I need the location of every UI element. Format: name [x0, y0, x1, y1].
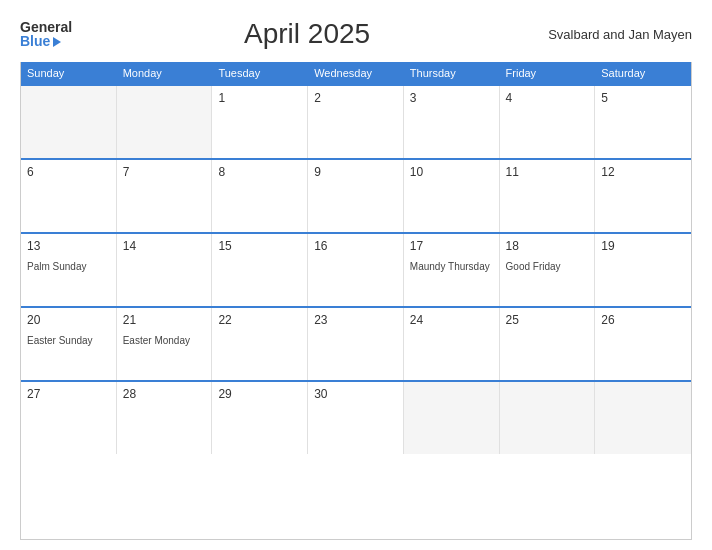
day-number: 28: [123, 387, 206, 401]
day-event: Palm Sunday: [27, 261, 86, 272]
calendar-week-4: 20Easter Sunday21Easter Monday2223242526: [21, 306, 691, 380]
calendar-cell: 2: [308, 86, 404, 158]
page: General Blue April 2025 Svalbard and Jan…: [0, 0, 712, 550]
header-day-friday: Friday: [500, 62, 596, 84]
day-number: 17: [410, 239, 493, 253]
calendar-cell: 29: [212, 382, 308, 454]
calendar-cell: 25: [500, 308, 596, 380]
day-number: 21: [123, 313, 206, 327]
calendar-cell: [21, 86, 117, 158]
day-number: 16: [314, 239, 397, 253]
calendar-cell: [117, 86, 213, 158]
calendar-cell: 23: [308, 308, 404, 380]
day-number: 27: [27, 387, 110, 401]
day-number: 3: [410, 91, 493, 105]
calendar-cell: 13Palm Sunday: [21, 234, 117, 306]
day-number: 25: [506, 313, 589, 327]
calendar-week-2: 6789101112: [21, 158, 691, 232]
day-number: 6: [27, 165, 110, 179]
header-day-monday: Monday: [117, 62, 213, 84]
calendar-cell: 9: [308, 160, 404, 232]
calendar-cell: 4: [500, 86, 596, 158]
region-label: Svalbard and Jan Mayen: [542, 27, 692, 42]
calendar-cell: 16: [308, 234, 404, 306]
day-number: 9: [314, 165, 397, 179]
day-event: Maundy Thursday: [410, 261, 490, 272]
calendar-cell: 17Maundy Thursday: [404, 234, 500, 306]
day-number: 24: [410, 313, 493, 327]
header-day-thursday: Thursday: [404, 62, 500, 84]
calendar-cell: 14: [117, 234, 213, 306]
calendar-cell: 22: [212, 308, 308, 380]
day-number: 7: [123, 165, 206, 179]
logo: General Blue: [20, 20, 72, 48]
calendar-cell: 19: [595, 234, 691, 306]
day-number: 15: [218, 239, 301, 253]
header-day-tuesday: Tuesday: [212, 62, 308, 84]
day-number: 12: [601, 165, 685, 179]
calendar-week-5: 27282930: [21, 380, 691, 454]
day-event: Easter Monday: [123, 335, 190, 346]
calendar-cell: 18Good Friday: [500, 234, 596, 306]
calendar-header: SundayMondayTuesdayWednesdayThursdayFrid…: [21, 62, 691, 84]
day-number: 14: [123, 239, 206, 253]
calendar: SundayMondayTuesdayWednesdayThursdayFrid…: [20, 62, 692, 540]
day-number: 19: [601, 239, 685, 253]
day-number: 23: [314, 313, 397, 327]
calendar-cell: 24: [404, 308, 500, 380]
calendar-cell: 3: [404, 86, 500, 158]
calendar-cell: 11: [500, 160, 596, 232]
calendar-week-1: 12345: [21, 84, 691, 158]
logo-triangle-icon: [53, 37, 61, 47]
header-day-saturday: Saturday: [595, 62, 691, 84]
day-number: 20: [27, 313, 110, 327]
calendar-cell: 7: [117, 160, 213, 232]
calendar-cell: [404, 382, 500, 454]
logo-general-text: General: [20, 20, 72, 34]
day-number: 4: [506, 91, 589, 105]
day-number: 13: [27, 239, 110, 253]
header: General Blue April 2025 Svalbard and Jan…: [20, 18, 692, 50]
calendar-body: 12345678910111213Palm Sunday14151617Maun…: [21, 84, 691, 454]
day-number: 8: [218, 165, 301, 179]
header-day-sunday: Sunday: [21, 62, 117, 84]
calendar-title: April 2025: [72, 18, 542, 50]
calendar-cell: 20Easter Sunday: [21, 308, 117, 380]
calendar-cell: 1: [212, 86, 308, 158]
day-number: 30: [314, 387, 397, 401]
day-number: 11: [506, 165, 589, 179]
day-number: 22: [218, 313, 301, 327]
day-event: Easter Sunday: [27, 335, 93, 346]
calendar-cell: 12: [595, 160, 691, 232]
header-day-wednesday: Wednesday: [308, 62, 404, 84]
calendar-cell: 15: [212, 234, 308, 306]
calendar-cell: [500, 382, 596, 454]
calendar-cell: 6: [21, 160, 117, 232]
day-number: 26: [601, 313, 685, 327]
day-number: 29: [218, 387, 301, 401]
calendar-cell: 28: [117, 382, 213, 454]
calendar-cell: 5: [595, 86, 691, 158]
day-event: Good Friday: [506, 261, 561, 272]
calendar-cell: [595, 382, 691, 454]
day-number: 2: [314, 91, 397, 105]
calendar-week-3: 13Palm Sunday14151617Maundy Thursday18Go…: [21, 232, 691, 306]
calendar-cell: 30: [308, 382, 404, 454]
calendar-cell: 26: [595, 308, 691, 380]
logo-blue-text: Blue: [20, 34, 61, 48]
day-number: 10: [410, 165, 493, 179]
calendar-cell: 27: [21, 382, 117, 454]
day-number: 1: [218, 91, 301, 105]
day-number: 18: [506, 239, 589, 253]
calendar-cell: 8: [212, 160, 308, 232]
calendar-cell: 10: [404, 160, 500, 232]
day-number: 5: [601, 91, 685, 105]
calendar-cell: 21Easter Monday: [117, 308, 213, 380]
